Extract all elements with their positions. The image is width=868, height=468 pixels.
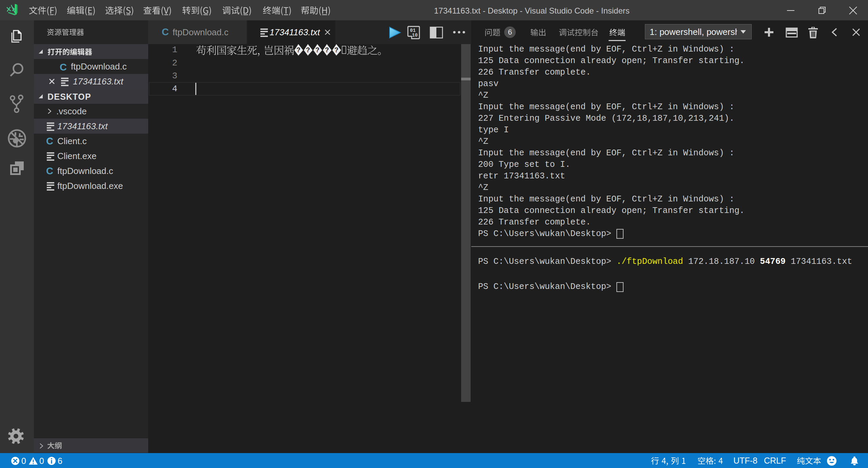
- svg-text:?: ?: [306, 46, 310, 54]
- svg-text:?: ?: [325, 46, 329, 54]
- svg-text:10: 10: [412, 33, 418, 38]
- svg-text:?: ?: [296, 46, 300, 54]
- svg-text:?: ?: [315, 46, 319, 54]
- svg-text:?: ?: [334, 46, 338, 54]
